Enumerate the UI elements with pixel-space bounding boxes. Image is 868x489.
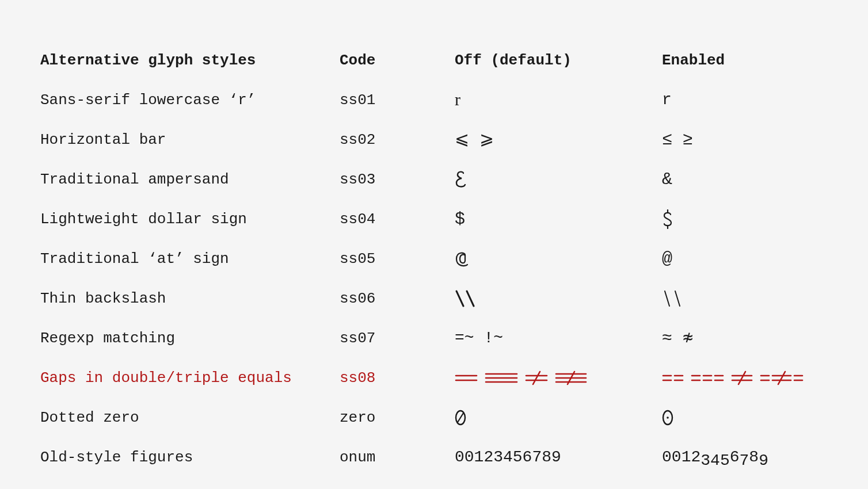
feature-off: =~ !~	[455, 330, 662, 346]
header-code: Code	[340, 53, 455, 68]
svg-line-35	[778, 372, 785, 384]
table-row: Old-style figures onum 00123456789 00123…	[40, 437, 828, 477]
horizontal-lte-gte-glyph: ≤ ≥	[662, 131, 693, 148]
svg-point-41	[667, 417, 669, 419]
feature-name: Dotted zero	[40, 410, 340, 425]
dotted-zero-icon	[662, 410, 673, 426]
feature-enabled: @	[662, 250, 828, 268]
dollar-glyph: $	[455, 211, 465, 228]
svg-line-13	[533, 372, 540, 384]
feature-off	[455, 171, 662, 188]
svg-line-30	[738, 372, 745, 384]
epsilon-ampersand-icon	[455, 171, 467, 188]
feature-off	[455, 250, 662, 268]
feature-name: Old-style figures	[40, 450, 340, 465]
slashed-zero-icon	[455, 410, 466, 426]
table-row: Sans-serif lowercase ‘r’ ss01 r r	[40, 80, 828, 120]
feature-name: Traditional ampersand	[40, 172, 340, 187]
backslash-icon	[455, 290, 478, 307]
feature-code: ss07	[340, 331, 455, 346]
header-off: Off (default)	[455, 53, 662, 68]
feature-name: Gaps in double/triple equals	[40, 370, 340, 385]
feature-name: Lightweight dollar sign	[40, 212, 340, 227]
table-row: Regexp matching ss07 =~ !~ ≈ ≉	[40, 318, 828, 358]
feature-off	[455, 410, 662, 426]
svg-line-39	[458, 413, 463, 422]
table-header-row: Alternative glyph styles Code Off (defau…	[40, 40, 828, 80]
feature-name: Traditional ‘at’ sign	[40, 251, 340, 266]
regex-match-on-glyph: ≈ ≉	[662, 330, 693, 347]
feature-code: ss05	[340, 251, 455, 266]
feature-off: ⩽ ⩾	[455, 131, 662, 148]
header-name: Alternative glyph styles	[40, 53, 340, 68]
feature-code: ss03	[340, 172, 455, 187]
feature-enabled: ≤ ≥	[662, 131, 828, 148]
glyph-styles-table: Alternative glyph styles Code Off (defau…	[0, 0, 868, 477]
feature-code: onum	[340, 450, 455, 465]
traditional-ampersand-glyph: &	[662, 171, 672, 188]
svg-line-3	[467, 291, 474, 306]
feature-code: ss02	[340, 132, 455, 147]
feature-off: $	[455, 211, 662, 228]
feature-enabled: 00123456789	[662, 449, 828, 465]
feature-off: r	[455, 91, 662, 109]
feature-off: 00123456789	[455, 449, 662, 465]
feature-enabled: ≈ ≉	[662, 330, 828, 347]
feature-code: ss04	[340, 212, 455, 227]
feature-enabled	[662, 290, 828, 307]
sans-r-glyph: r	[662, 92, 672, 108]
slanted-lte-gte-glyph: ⩽ ⩾	[455, 131, 494, 148]
table-row: Thin backslash ss06	[40, 278, 828, 318]
equals-ligature-off-icon	[455, 370, 587, 385]
table-row: Traditional ‘at’ sign ss05 @	[40, 239, 828, 278]
svg-line-4	[665, 291, 669, 306]
regex-match-off-glyph: =~ !~	[455, 330, 503, 346]
at-glyph: @	[662, 250, 672, 268]
lining-figures-glyph: 00123456789	[455, 449, 561, 465]
table-row: Dotted zero zero	[40, 398, 828, 437]
oldstyle-figures-glyph: 00123456789	[662, 449, 768, 465]
serif-r-glyph: r	[455, 91, 460, 108]
feature-name: Thin backslash	[40, 291, 340, 306]
svg-line-2	[456, 291, 463, 306]
header-enabled: Enabled	[662, 53, 828, 68]
feature-code: ss06	[340, 291, 455, 306]
feature-code: ss01	[340, 93, 455, 108]
feature-code: zero	[340, 410, 455, 425]
feature-name: Regexp matching	[40, 331, 340, 346]
feature-enabled: r	[662, 92, 828, 108]
table-row: Horizontal bar ss02 ⩽ ⩾ ≤ ≥	[40, 120, 828, 159]
table-row: Lightweight dollar sign ss04 $	[40, 199, 828, 239]
feature-off	[455, 290, 662, 307]
light-dollar-icon	[662, 209, 673, 229]
feature-name: Sans-serif lowercase ‘r’	[40, 93, 340, 108]
feature-enabled	[662, 209, 828, 229]
feature-enabled	[662, 370, 828, 385]
feature-enabled	[662, 410, 828, 426]
thin-backslash-icon	[662, 290, 685, 307]
partial-at-icon	[455, 250, 471, 268]
feature-off	[455, 370, 662, 385]
feature-name: Horizontal bar	[40, 132, 340, 147]
table-row-highlighted: Gaps in double/triple equals ss08	[40, 358, 828, 398]
table-row: Traditional ampersand ss03 &	[40, 159, 828, 199]
feature-enabled: &	[662, 171, 828, 188]
svg-line-5	[675, 291, 680, 306]
feature-code: ss08	[340, 370, 455, 385]
equals-ligature-on-icon	[662, 370, 806, 385]
